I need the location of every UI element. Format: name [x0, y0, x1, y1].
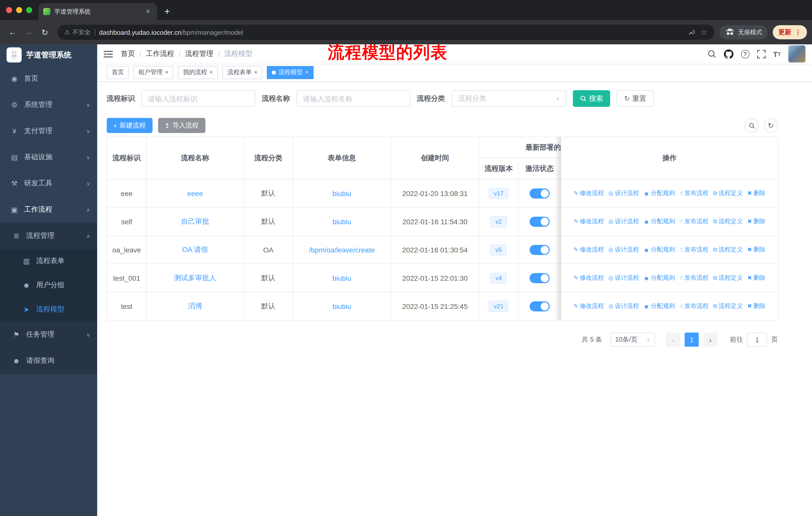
process-category-select[interactable]: 流程分类 ∨ — [452, 90, 566, 107]
goto-page-input[interactable] — [747, 332, 767, 347]
form-link[interactable]: /bpm/oa/leave/create — [309, 246, 375, 254]
tag-my-process[interactable]: 我的流程 × — [178, 66, 218, 79]
action-design-model[interactable]: ◎设计流程 — [608, 217, 639, 226]
version-badge[interactable]: v4 — [490, 272, 507, 283]
action-delete-model[interactable]: ✖删除 — [747, 217, 765, 226]
action-process-definition[interactable]: ⧉流程定义 — [713, 302, 743, 310]
page-1-button[interactable]: 1 — [685, 332, 699, 347]
action-publish-model[interactable]: ☝发布流程 — [679, 189, 708, 197]
user-avatar[interactable] — [788, 45, 806, 62]
action-edit-model[interactable]: ✎修改流程 — [574, 189, 604, 197]
password-key-icon[interactable] — [688, 27, 695, 37]
sidebar-item-infrastructure[interactable]: ▤ 基础设施 ∨ — [0, 144, 97, 170]
model-name-link[interactable]: 自己审批 — [181, 217, 209, 225]
sidebar-item-payment[interactable]: ¥ 支付管理 ∨ — [0, 118, 97, 144]
tab-close-icon[interactable]: ✕ — [144, 7, 152, 16]
reset-button[interactable]: ↻ 重置 — [617, 90, 654, 107]
action-process-definition[interactable]: ⧉流程定义 — [713, 189, 743, 197]
new-tab-button[interactable]: + — [160, 4, 174, 19]
refresh-table-button[interactable]: ↻ — [764, 118, 778, 133]
tag-home[interactable]: 首页 — [107, 66, 129, 79]
sidebar-item-process-model[interactable]: ➤ 流程模型 — [0, 297, 97, 322]
tag-close-icon[interactable]: × — [210, 70, 213, 75]
action-edit-model[interactable]: ✎修改流程 — [574, 274, 604, 282]
action-delete-model[interactable]: ✖删除 — [747, 302, 765, 310]
font-size-icon[interactable]: TT — [773, 50, 781, 58]
github-icon[interactable] — [724, 49, 733, 59]
tag-close-icon[interactable]: × — [165, 70, 168, 75]
model-name-link[interactable]: eeee — [187, 189, 203, 197]
sidebar-item-user-group[interactable]: ☻ 用户分组 — [0, 273, 97, 297]
breadcrumb-process-management[interactable]: 流程管理 — [185, 49, 213, 58]
next-page-button[interactable]: › — [703, 332, 717, 347]
forward-button[interactable]: → — [21, 25, 36, 40]
sidebar-item-process-management[interactable]: ≣ 流程管理 ∧ — [0, 223, 97, 249]
toggle-search-button[interactable] — [745, 118, 759, 133]
action-delete-model[interactable]: ✖删除 — [747, 274, 765, 282]
action-process-definition[interactable]: ⧉流程定义 — [713, 217, 743, 226]
search-button[interactable]: 搜索 — [573, 90, 610, 107]
create-process-button[interactable]: + 新建流程 — [107, 118, 152, 133]
sidebar-item-workflow[interactable]: ▣ 工作流程 ∧ — [0, 196, 97, 223]
action-edit-model[interactable]: ✎修改流程 — [574, 302, 604, 310]
model-name-link[interactable]: 测试多审批人 — [174, 273, 216, 281]
process-name-input[interactable] — [296, 90, 410, 107]
sidebar-item-home[interactable]: ◉ 首页 — [0, 65, 97, 92]
sidebar-logo[interactable]: 芋道管理系统 — [0, 44, 97, 65]
form-link[interactable]: biubiu — [332, 302, 351, 310]
tag-close-icon[interactable]: × — [254, 70, 258, 75]
not-secure-badge[interactable]: ⚠ 不安全 — [64, 28, 91, 36]
process-key-input[interactable] — [141, 90, 255, 107]
reload-button[interactable]: ↻ — [37, 25, 52, 40]
window-close-button[interactable] — [6, 7, 12, 13]
browser-tab[interactable]: 芋道管理系统 ✕ — [38, 3, 157, 20]
form-link[interactable]: biubiu — [332, 189, 351, 197]
bookmark-star-icon[interactable]: ☆ — [700, 28, 707, 37]
window-zoom-button[interactable] — [26, 7, 32, 13]
version-badge[interactable]: v2 — [490, 216, 507, 227]
prev-page-button[interactable]: ‹ — [666, 332, 680, 347]
fullscreen-icon[interactable] — [757, 50, 765, 58]
action-assign-rule[interactable]: ☻分配规则 — [643, 245, 675, 254]
sidebar-item-system[interactable]: ⚙ 系统管理 ∨ — [0, 92, 97, 118]
sidebar-item-devtools[interactable]: ⚒ 研发工具 ∨ — [0, 170, 97, 196]
action-process-definition[interactable]: ⧉流程定义 — [713, 245, 743, 254]
action-assign-rule[interactable]: ☻分配规则 — [643, 189, 675, 197]
action-assign-rule[interactable]: ☻分配规则 — [643, 217, 675, 226]
model-name-link[interactable]: OA 请假 — [182, 245, 208, 253]
action-design-model[interactable]: ◎设计流程 — [608, 302, 639, 310]
breadcrumb-home[interactable]: 首页 — [121, 49, 135, 58]
action-publish-model[interactable]: ☝发布流程 — [679, 217, 708, 226]
version-badge[interactable]: v17 — [489, 188, 509, 199]
active-toggle[interactable] — [529, 216, 550, 226]
form-link[interactable]: biubiu — [332, 274, 351, 282]
sidebar-item-leave-query[interactable]: ☻ 请假查询 — [0, 348, 97, 374]
active-toggle[interactable] — [529, 245, 550, 255]
browser-update-button[interactable]: 更新 ⋮ — [773, 25, 807, 39]
active-toggle[interactable] — [529, 301, 550, 311]
action-design-model[interactable]: ◎设计流程 — [608, 245, 639, 254]
action-publish-model[interactable]: ☝发布流程 — [679, 274, 708, 282]
search-icon[interactable] — [707, 49, 716, 58]
back-button[interactable]: ← — [5, 25, 20, 40]
action-design-model[interactable]: ◎设计流程 — [608, 274, 639, 282]
window-minimize-button[interactable] — [16, 7, 22, 13]
action-process-definition[interactable]: ⧉流程定义 — [713, 274, 743, 282]
sidebar-item-process-form[interactable]: ▥ 流程表单 — [0, 249, 97, 273]
address-bar[interactable]: ⚠ 不安全 dashboard.yudao.iocoder.cn/bpm/man… — [57, 25, 714, 40]
action-edit-model[interactable]: ✎修改流程 — [574, 217, 604, 226]
active-toggle[interactable] — [529, 273, 550, 283]
tag-process-model[interactable]: 流程模型 × — [267, 66, 314, 79]
tag-tenant-management[interactable]: 租户管理 × — [134, 66, 173, 79]
tag-process-form[interactable]: 流程表单 × — [223, 66, 263, 79]
sidebar-item-task-management[interactable]: ⚑ 任务管理 ∨ — [0, 322, 97, 348]
action-edit-model[interactable]: ✎修改流程 — [574, 245, 604, 254]
tag-close-icon[interactable]: × — [305, 70, 309, 75]
active-toggle[interactable] — [529, 188, 550, 198]
action-delete-model[interactable]: ✖删除 — [747, 245, 765, 254]
action-publish-model[interactable]: ☝发布流程 — [679, 245, 708, 254]
import-process-button[interactable]: ↥ 导入流程 — [158, 118, 205, 133]
action-assign-rule[interactable]: ☻分配规则 — [643, 274, 675, 282]
action-publish-model[interactable]: ☝发布流程 — [679, 302, 708, 310]
model-name-link[interactable]: 滔博 — [188, 302, 202, 310]
